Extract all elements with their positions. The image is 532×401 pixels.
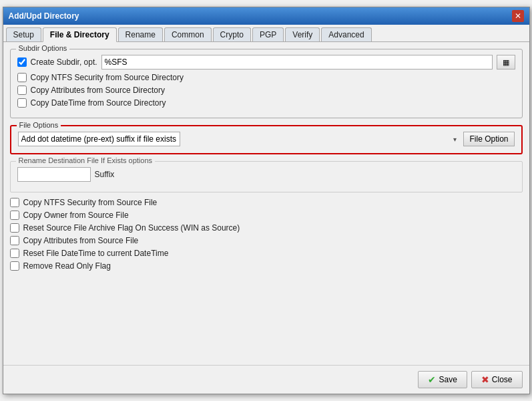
subdir-options-title: Subdir Options [16,44,70,52]
rename-destination-title: Rename Destination File If Exists option… [16,156,156,164]
bottom-bar: ✔ Save ✖ Close [3,365,529,394]
suffix-input[interactable] [17,167,91,182]
suffix-row: Suffix [17,167,515,182]
reset-datetime-row: Reset File DateTime to current DateTime [10,249,523,258]
reset-datetime-label: Reset File DateTime to current DateTime [23,249,169,258]
save-button[interactable]: ✔ Save [418,371,467,388]
copy-owner-checkbox[interactable] [10,211,19,220]
copy-attr-file-checkbox[interactable] [10,236,19,245]
window-close-button[interactable]: ✕ [512,10,524,22]
main-window: Add/Upd Directory ✕ Setup File & Directo… [3,7,530,394]
save-label: Save [439,375,457,384]
copy-ntfs-file-checkbox[interactable] [10,198,19,207]
file-options-title: File Options [17,121,61,129]
window-title: Add/Upd Directory [9,11,79,21]
close-x-icon: ✖ [481,374,489,385]
tab-setup[interactable]: Setup [6,27,41,41]
file-options-group: File Options Add dot datetime (pre-ext) … [10,125,523,154]
tab-verify[interactable]: Verify [285,27,320,41]
copy-ntfs-dir-label: Copy NTFS Security from Source Directory [31,73,184,82]
reset-datetime-checkbox[interactable] [10,249,19,258]
remove-readonly-row: Remove Read Only Flag [10,261,523,271]
create-subdir-label: Create Subdir, opt. [31,57,97,67]
copy-attributes-dir-label: Copy Attributes from Source Directory [31,86,165,95]
create-subdir-input[interactable] [101,55,493,70]
tab-rename[interactable]: Rename [118,27,163,41]
file-options-dropdown-wrapper: Add dot datetime (pre-ext) suffix if fil… [18,132,460,146]
dropdown-arrow-icon: ▾ [453,136,457,143]
copy-attr-file-label: Copy Attributes from Source File [23,236,139,245]
copy-attributes-dir-checkbox[interactable] [17,86,27,95]
reset-archive-label: Reset Source File Archive Flag On Succes… [23,223,240,233]
file-checkboxes-section: Copy NTFS Security from Source File Copy… [10,198,523,271]
remove-readonly-label: Remove Read Only Flag [23,261,111,271]
copy-ntfs-dir-row: Copy NTFS Security from Source Directory [17,73,515,82]
copy-attr-file-row: Copy Attributes from Source File [10,236,523,245]
tab-file-directory[interactable]: File & Directory [43,27,117,42]
file-options-row: Add dot datetime (pre-ext) suffix if fil… [18,132,515,146]
remove-readonly-checkbox[interactable] [10,261,19,271]
title-bar: Add/Upd Directory ✕ [3,7,529,25]
tabs-bar: Setup File & Directory Rename Common Cry… [3,25,529,42]
reset-archive-checkbox[interactable] [10,223,19,233]
tab-pgp[interactable]: PGP [252,27,284,41]
file-option-button[interactable]: File Option [463,132,514,146]
copy-datetime-dir-label: Copy DateTime from Source Directory [31,98,166,108]
close-button[interactable]: ✖ Close [471,371,523,388]
copy-ntfs-file-row: Copy NTFS Security from Source File [10,198,523,207]
content-area: Subdir Options Create Subdir, opt. ▦ Cop… [3,42,529,365]
file-options-dropdown[interactable]: Add dot datetime (pre-ext) suffix if fil… [18,132,180,146]
copy-owner-row: Copy Owner from Source File [10,211,523,220]
tab-crypto[interactable]: Crypto [213,27,251,41]
copy-datetime-dir-row: Copy DateTime from Source Directory [17,98,515,108]
reset-archive-row: Reset Source File Archive Flag On Succes… [10,223,523,233]
create-subdir-row: Create Subdir, opt. ▦ [17,55,515,70]
copy-attributes-dir-row: Copy Attributes from Source Directory [17,86,515,95]
copy-ntfs-dir-checkbox[interactable] [17,73,27,82]
subdir-options-group: Subdir Options Create Subdir, opt. ▦ Cop… [10,49,523,118]
tab-advanced[interactable]: Advanced [321,27,371,41]
create-subdir-checkbox[interactable] [17,57,27,67]
tab-common[interactable]: Common [164,27,212,41]
copy-datetime-dir-checkbox[interactable] [17,98,27,108]
suffix-label: Suffix [95,170,115,179]
browse-button[interactable]: ▦ [497,55,515,70]
save-check-icon: ✔ [428,374,436,385]
copy-owner-label: Copy Owner from Source File [23,211,129,220]
copy-ntfs-file-label: Copy NTFS Security from Source File [23,198,158,207]
rename-destination-section: Rename Destination File If Exists option… [10,161,523,192]
close-label: Close [492,375,513,384]
